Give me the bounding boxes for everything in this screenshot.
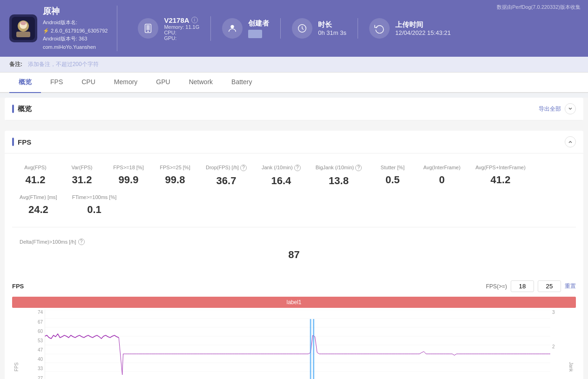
chart-label-bar: label1 <box>12 297 576 308</box>
app-icon <box>9 14 37 42</box>
y-axis-label: 67 <box>31 319 43 325</box>
fps-collapse-button[interactable] <box>565 136 576 147</box>
device-memory: Memory: 11.1G <box>164 24 199 30</box>
delta-help-icon[interactable]: ? <box>78 239 85 245</box>
tab-nav: 概览 FPS CPU Memory GPU Network Battery <box>0 73 588 93</box>
chart-with-axes: 7467605347403327201370 <box>31 310 562 379</box>
fps-y-label: FPS <box>14 363 19 372</box>
overview-section: 概览 导出全部 <box>5 98 583 120</box>
fps-actions <box>565 136 576 147</box>
app-details: 原神 Android版本名: ⚡ 2.6.0_6179196_6305792 A… <box>43 6 108 51</box>
stat-cell: Avg(FPS+InterFrame) 41.2 <box>468 161 533 191</box>
export-button[interactable]: 导出全部 <box>539 105 561 113</box>
y-axis-right-label: 2 <box>552 344 562 349</box>
fps-chart-container: label1 FPS Jank 7467605347403327201370 <box>5 297 583 379</box>
note-placeholder: 添加备注，不超过200个字符 <box>28 61 99 67</box>
stat-cell: Drop(FPS) [/h] ? 36.7 <box>198 161 254 191</box>
duration-label: 时长 <box>318 20 346 29</box>
fps-header: FPS <box>5 131 583 153</box>
svg-point-7 <box>148 31 149 32</box>
svg-point-3 <box>20 21 26 25</box>
header-stats: V2178A i Memory: 11.1G CPU: GPU: 创建者 <box>127 16 579 41</box>
tab-network[interactable]: Network <box>180 73 222 93</box>
upload-content: 上传时间 12/04/2022 15:43:21 <box>395 20 451 36</box>
fps-18-input[interactable] <box>511 280 534 292</box>
help-icon[interactable]: ? <box>240 165 247 171</box>
stat-cell-label: Jank (/10min) ? <box>262 165 301 171</box>
y-axis-label: 27 <box>31 376 43 379</box>
stat-cell-value: 41.2 <box>475 174 526 186</box>
help-icon[interactable]: ? <box>294 165 301 171</box>
creator-label: 创建者 <box>248 19 269 28</box>
device-gpu: GPU: <box>164 35 199 41</box>
stat-cell-value: 0.1 <box>72 204 117 216</box>
delta-value: 87 <box>20 249 568 261</box>
stat-cell: FPS>=18 [%] 99.9 <box>105 161 152 191</box>
stat-cell-value: 0 <box>423 174 460 186</box>
tab-cpu[interactable]: CPU <box>72 73 105 93</box>
chart-svg-container <box>45 310 550 379</box>
stat-cell: Jank (/10min) ? 16.4 <box>254 161 308 191</box>
tab-fps[interactable]: FPS <box>41 73 72 93</box>
y-axis-label: 47 <box>31 347 43 352</box>
y-axis-right: 3210 <box>550 310 562 379</box>
chart-wrapper: FPS Jank 7467605347403327201370 <box>31 310 562 379</box>
device-icon <box>138 18 158 39</box>
delta-section: Delta(FTime)>100ms [/h] ? 87 <box>12 235 576 268</box>
stat-cell: Avg(InterFrame) 0 <box>416 161 468 191</box>
fps-gte-label: FPS(>=) <box>486 283 507 290</box>
device-cpu: CPU: <box>164 30 199 35</box>
creator-color <box>248 30 262 38</box>
creator-content: 创建者 <box>248 19 269 38</box>
android-version-label: Android版本名: <box>43 19 108 27</box>
stat-cell-label: FPS>=18 [%] <box>113 165 144 170</box>
stat-cell-value: 0.5 <box>377 174 408 186</box>
stat-cell-value: 24.2 <box>20 204 57 216</box>
stat-cell-label: Avg(FPS) <box>20 165 51 170</box>
stat-cell-value: 99.9 <box>113 174 144 186</box>
creator-icon <box>222 18 243 39</box>
stat-cell: Avg(FTime) [ms] 24.2 <box>12 191 65 219</box>
stat-cell-label: Avg(FPS+InterFrame) <box>475 165 526 170</box>
help-icon[interactable]: ? <box>355 165 362 171</box>
stat-cell-label: Stutter [%] <box>377 165 408 170</box>
stat-cell-label: FPS>=25 [%] <box>159 165 191 170</box>
fps-chart-svg <box>45 310 550 379</box>
tab-battery[interactable]: Battery <box>222 73 261 93</box>
app-meta: Android版本名: ⚡ 2.6.0_6179196_6305792 Andr… <box>43 19 108 51</box>
delta-label: Delta(FTime)>100ms [/h] ? <box>20 239 568 245</box>
app-info: 原神 Android版本名: ⚡ 2.6.0_6179196_6305792 A… <box>9 6 117 51</box>
upload-icon <box>369 18 390 39</box>
content-area: 概览 导出全部 FPS <box>0 98 588 379</box>
stat-cell-label: BigJank (/10min) ? <box>316 165 362 171</box>
chart-label: FPS <box>12 283 24 290</box>
y-axis-label: 74 <box>31 310 43 315</box>
tab-overview[interactable]: 概览 <box>9 73 41 93</box>
stat-cell-label: Avg(FTime) [ms] <box>20 194 57 200</box>
chart-toolbar: FPS FPS(>=) 重置 <box>5 276 583 297</box>
app-package: com.miHoYo.Yuanshen <box>43 43 108 52</box>
y-axis-left: 7467605347403327201370 <box>31 310 45 379</box>
duration-value: 0h 31m 3s <box>318 29 346 36</box>
fps-threshold-inputs: FPS(>=) 重置 <box>486 280 576 292</box>
fps-title: FPS <box>12 138 31 146</box>
overview-collapse-button[interactable] <box>565 103 576 114</box>
fps-25-input[interactable] <box>538 280 561 292</box>
device-stat: V2178A i Memory: 11.1G CPU: GPU: <box>127 16 211 41</box>
tab-gpu[interactable]: GPU <box>147 73 179 93</box>
y-axis-label: 60 <box>31 329 43 334</box>
tab-memory[interactable]: Memory <box>105 73 147 93</box>
header: 数据由PerfDog(7.0.220332)版本收集 原神 Android版本名… <box>0 0 588 57</box>
duration-stat: 时长 0h 31m 3s <box>281 18 358 39</box>
overview-actions: 导出全部 <box>539 103 576 114</box>
stat-cell-value: 41.2 <box>20 174 51 186</box>
stat-cell-label: Var(FPS) <box>66 165 98 170</box>
fps-stats-grid: Avg(FPS) 41.2 Var(FPS) 31.2 FPS>=18 [%] … <box>12 161 576 227</box>
upload-label: 上传时间 <box>395 20 451 29</box>
y-axis-right-label: 3 <box>552 310 562 315</box>
jank-y-label: Jank <box>568 362 574 372</box>
fps-section: FPS Avg(FPS) 41.2 Var(FPS) 31.2 FPS>=18 … <box>5 131 583 379</box>
android-version-num: Android版本号: 363 <box>43 35 108 43</box>
reset-button[interactable]: 重置 <box>565 282 576 290</box>
stat-cell: FPS>=25 [%] 99.8 <box>152 161 198 191</box>
